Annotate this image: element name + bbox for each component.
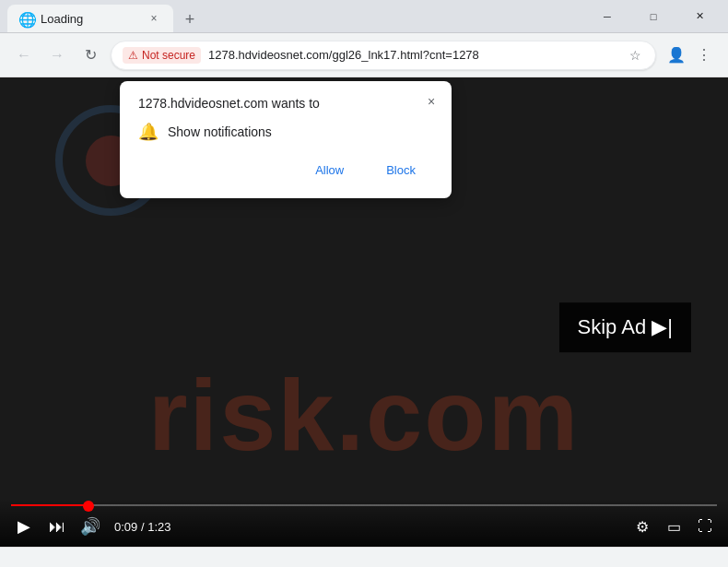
address-bar: ← → ↻ ⚠ Not secure 1278.hdvideosnet.com/… xyxy=(0,33,728,77)
content-area: risk.com × 1278.hdvideosnet.com wants to… xyxy=(0,77,728,547)
tab-title: Loading xyxy=(41,12,138,26)
title-bar: 🌐 Loading × + ─ □ ✕ xyxy=(0,0,728,33)
toolbar-icons: 👤 ⋮ xyxy=(663,42,717,68)
menu-button[interactable]: ⋮ xyxy=(691,42,717,68)
progress-fill xyxy=(11,504,88,506)
dialog-site-text: 1278.hdvideosnet.com wants to xyxy=(138,96,433,111)
allow-button[interactable]: Allow xyxy=(298,157,361,183)
notification-dialog: × 1278.hdvideosnet.com wants to 🔔 Show n… xyxy=(120,81,452,198)
time-display: 0:09 / 1:23 xyxy=(114,520,170,534)
bookmark-icon[interactable]: ☆ xyxy=(626,46,644,65)
browser-tab[interactable]: 🌐 Loading × xyxy=(7,5,173,32)
time-separator: / xyxy=(137,520,147,534)
permission-row: 🔔 Show notifications xyxy=(138,122,433,142)
omnibox[interactable]: ⚠ Not secure 1278.hdvideosnet.com/ggl26_… xyxy=(111,41,656,70)
tab-close-button[interactable]: × xyxy=(146,10,162,27)
time-total: 1:23 xyxy=(147,520,170,534)
account-button[interactable]: 👤 xyxy=(663,42,689,68)
security-label: Not secure xyxy=(142,49,195,62)
reload-button[interactable]: ↻ xyxy=(77,42,103,68)
window-controls: ─ □ ✕ xyxy=(586,3,721,30)
forward-button[interactable]: → xyxy=(44,42,70,68)
bell-icon: 🔔 xyxy=(138,122,159,142)
security-badge: ⚠ Not secure xyxy=(123,47,201,64)
play-button[interactable]: ▶ xyxy=(11,514,37,539)
tab-area: 🌐 Loading × + xyxy=(7,0,579,32)
bottom-bar xyxy=(0,547,728,567)
progress-dot xyxy=(83,501,94,512)
browser-window: 🌐 Loading × + ─ □ ✕ ← → ↻ ⚠ Not secure 1… xyxy=(0,0,728,567)
volume-button[interactable]: 🔊 xyxy=(77,514,103,539)
new-tab-button[interactable]: + xyxy=(177,6,203,32)
block-button[interactable]: Block xyxy=(369,157,433,183)
dialog-buttons: Allow Block xyxy=(138,157,433,183)
permission-label: Show notifications xyxy=(168,124,272,139)
minimize-button[interactable]: ─ xyxy=(586,3,628,30)
controls-row: ▶ ⏭ 🔊 0:09 / 1:23 ⚙ ▭ ⛶ xyxy=(11,514,717,539)
theater-button[interactable]: ▭ xyxy=(662,514,686,538)
maximize-button[interactable]: □ xyxy=(632,3,675,30)
next-button[interactable]: ⏭ xyxy=(44,514,70,539)
fullscreen-button[interactable]: ⛶ xyxy=(693,514,717,538)
omnibox-icons: ☆ xyxy=(626,46,644,65)
url-text: 1278.hdvideosnet.com/ggl26_lnk17.html?cn… xyxy=(208,48,618,62)
video-controls: ▶ ⏭ 🔊 0:09 / 1:23 ⚙ ▭ ⛶ xyxy=(0,499,728,547)
time-current: 0:09 xyxy=(114,520,137,534)
dialog-close-button[interactable]: × xyxy=(420,90,442,112)
tab-favicon: 🌐 xyxy=(18,11,33,26)
close-window-button[interactable]: ✕ xyxy=(678,3,721,30)
back-button[interactable]: ← xyxy=(11,42,37,68)
settings-button[interactable]: ⚙ xyxy=(630,514,654,538)
watermark-text: risk.com xyxy=(148,356,580,473)
warning-icon: ⚠ xyxy=(128,49,138,62)
progress-bar[interactable] xyxy=(11,504,717,506)
skip-ad-button[interactable]: Skip Ad ▶| xyxy=(559,302,691,352)
